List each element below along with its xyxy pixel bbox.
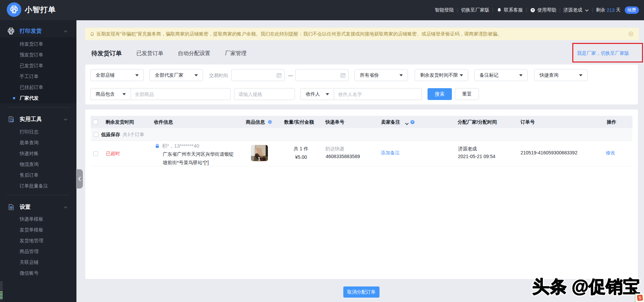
- group-count: 共1个订单: [123, 128, 144, 141]
- caret-down-icon: [135, 74, 139, 76]
- receiver-name-field[interactable]: [334, 92, 421, 97]
- sidebar-item-held-orders[interactable]: 已挂起订单: [0, 82, 76, 93]
- vendor-select[interactable]: 全部代发厂家: [150, 69, 203, 81]
- product-contain-select[interactable]: 商品包含: [90, 88, 131, 100]
- brand: 小智打单: [7, 2, 56, 17]
- sidebar-item-manual-orders[interactable]: 手工订单: [0, 71, 76, 82]
- sidebar-item-logistics-query[interactable]: 物流查询: [0, 159, 76, 170]
- sidebar-item-ship-template[interactable]: 发货单模板: [0, 224, 76, 235]
- product-input[interactable]: [131, 88, 231, 100]
- note-mark-select[interactable]: 备注标记: [474, 69, 528, 81]
- sidebar-item-express-reconcile[interactable]: 快递对账: [0, 148, 76, 159]
- product-contain-value: 商品包含: [91, 91, 122, 97]
- courier-name: 韵达快递: [325, 146, 344, 152]
- nav-help[interactable]: ? 使用帮助: [530, 7, 556, 13]
- col-order-no: 订单号: [521, 116, 535, 128]
- renew-button[interactable]: 续费: [625, 6, 639, 14]
- product-image[interactable]: 1: [251, 145, 268, 161]
- reset-button[interactable]: 重置: [455, 88, 479, 100]
- watermark-text: 头条 @促销宝: [532, 277, 640, 296]
- sidebar-item-shipped-orders[interactable]: 已发货订单: [0, 60, 76, 71]
- spec-input[interactable]: [234, 88, 295, 100]
- product-field[interactable]: [131, 92, 230, 97]
- tab-auto-assign-settings[interactable]: 自动分配设置: [178, 50, 210, 57]
- remain-suffix: 天: [616, 7, 621, 13]
- settings-icon: [7, 203, 15, 211]
- quick-query-select-value: 快捷查询: [534, 72, 579, 78]
- tab-vendor-manage[interactable]: 厂家管理: [225, 50, 247, 57]
- filter-panel: 全部店铺 全部代发厂家 交易时间 —: [85, 65, 638, 104]
- sidebar-collapse-handle[interactable]: [76, 169, 83, 188]
- tools-icon: [7, 116, 15, 123]
- sidebar-item-preship-orders[interactable]: 预发货订单: [0, 49, 76, 60]
- sidebar-item-express-template[interactable]: 快递单模板: [0, 213, 76, 224]
- vendor-select-value: 全部代发厂家: [150, 72, 194, 78]
- caret-down-icon: [122, 93, 126, 95]
- receiver-select[interactable]: 收件人: [300, 88, 334, 100]
- sidebar-item-aftersale-orders[interactable]: 售后订单: [0, 170, 76, 180]
- tab-pending-orders[interactable]: 待发货订单: [91, 49, 122, 57]
- sidebar-item-receipt-query[interactable]: 底单查询: [0, 137, 76, 148]
- province-select-value: 所有省份: [355, 72, 399, 78]
- annotation-red-box: [572, 43, 643, 62]
- sidebar-group-label: 打印发货: [20, 28, 42, 35]
- row-checkbox[interactable]: [93, 151, 98, 156]
- quick-query-select[interactable]: 快捷查询: [534, 69, 588, 81]
- nav-separator: [560, 8, 560, 12]
- select-all-checkbox[interactable]: [93, 120, 98, 124]
- spec-field[interactable]: [234, 92, 295, 97]
- sidebar-item-linked-shops[interactable]: 关联店铺: [0, 257, 76, 268]
- address-line1: 广东省广州市天河区兴华街道银锭: [163, 151, 234, 157]
- sidebar-item-pending-orders[interactable]: 待发货订单: [0, 39, 76, 49]
- shop-select[interactable]: 全部店铺: [90, 69, 144, 81]
- group-checkbox[interactable]: [94, 132, 98, 137]
- trade-time-end-input[interactable]: [295, 69, 349, 81]
- tab-shipped-orders[interactable]: 已发货订单: [136, 50, 163, 57]
- caret-down-icon: [326, 93, 329, 95]
- notice-close-icon[interactable]: [628, 31, 634, 36]
- sidebar-group-print-ship[interactable]: 打印发货: [0, 25, 76, 37]
- nav-contact-service[interactable]: 联系客服: [497, 7, 523, 13]
- sidebar-spacer: [0, 20, 76, 25]
- svg-text:?: ?: [412, 120, 413, 124]
- active-dot: [13, 97, 15, 99]
- receiver-name-input[interactable]: [334, 88, 422, 100]
- shop-select-value: 全部店铺: [91, 72, 135, 78]
- nav-smart-login[interactable]: 智能登陆: [435, 7, 454, 13]
- chevron-down-icon: [64, 204, 68, 210]
- topnav: 智能登陆 切换至厂家版 联系客服 ? 使用帮助 济源: [435, 0, 639, 20]
- receiver-name-phone: 积*，13*******40: [162, 143, 199, 149]
- sidebar-item-wechat-account[interactable]: 微信账号: [0, 268, 76, 278]
- sidebar-item-ship-address[interactable]: 发货地管理: [0, 235, 76, 246]
- search-button[interactable]: 搜索: [428, 88, 452, 100]
- province-select[interactable]: 所有省份: [354, 69, 408, 81]
- calendar-icon: [276, 73, 282, 79]
- caret-down-icon: [194, 74, 198, 76]
- cancel-assign-button[interactable]: 取消分配订单: [343, 286, 380, 298]
- sidebar-group-tools[interactable]: 实用工具: [0, 113, 76, 125]
- sidebar-item-vendor-dropship[interactable]: 厂家代发: [0, 93, 76, 103]
- col-vendor-time: 分配厂家/分配时间: [458, 116, 497, 128]
- col-action: 操作: [607, 116, 616, 128]
- col-seller-note: 卖家备注: [381, 116, 400, 128]
- sidebar-group-settings[interactable]: 设置: [0, 201, 76, 213]
- add-note-link[interactable]: 添加备注: [381, 150, 400, 156]
- user-menu[interactable]: 济源老成: [564, 7, 589, 13]
- chevron-down-icon: [64, 28, 68, 34]
- modify-link[interactable]: 修改: [606, 150, 615, 156]
- nav-switch-vendor[interactable]: 切换至厂家版: [461, 7, 489, 13]
- lock-icon: [155, 144, 160, 149]
- trade-time-start-input[interactable]: [231, 69, 285, 81]
- remain-time-select[interactable]: 剩余发货时间不限: [415, 69, 468, 81]
- column-settings-gear-icon[interactable]: [267, 119, 273, 126]
- seller-note-help-icon[interactable]: ?: [410, 120, 415, 125]
- calendar-icon: [340, 73, 346, 79]
- seller-note-chevron-icon[interactable]: [405, 121, 409, 126]
- notice-bell-icon: [90, 31, 95, 37]
- sidebar-item-batch-note[interactable]: 订单批量备注: [0, 180, 76, 191]
- order-group-row: 低温保存 共1个订单: [91, 128, 632, 141]
- sidebar-divider: [7, 107, 70, 107]
- col-tracking-no: 快递单号: [325, 116, 344, 128]
- sidebar-item-product-manage[interactable]: 商品管理: [0, 246, 76, 257]
- sidebar-item-print-log[interactable]: 打印日志: [0, 126, 76, 137]
